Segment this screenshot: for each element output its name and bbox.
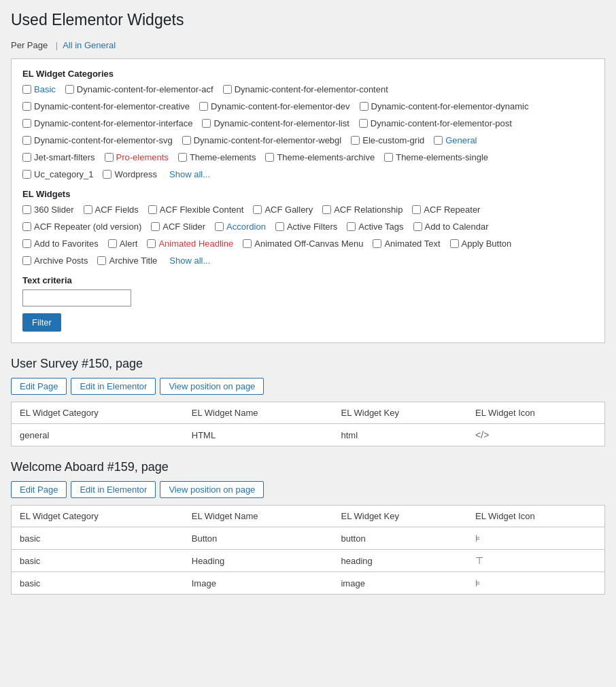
section-welcome-159-actions: Edit Page Edit in Elementor View positio… bbox=[11, 481, 605, 498]
checkbox-ele-custom-grid[interactable]: Ele-custom-grid bbox=[351, 135, 424, 145]
td-icon: ⊤ bbox=[467, 550, 604, 572]
table-row: basic Heading heading ⊤ bbox=[12, 550, 605, 572]
section-welcome-159-title: Welcome Aboard #159, page bbox=[11, 460, 605, 474]
categories-grid-row6: Uc_category_1 Wordpress Show all... bbox=[22, 169, 594, 182]
checkbox-basic[interactable]: Basic bbox=[22, 84, 56, 94]
checkbox-acf-slider[interactable]: ACF Slider bbox=[151, 222, 205, 232]
td-icon: ⊧ bbox=[467, 527, 604, 550]
checkbox-animated-headline[interactable]: Animated Headline bbox=[147, 239, 233, 249]
checkbox-add-to-calendar[interactable]: Add to Calendar bbox=[413, 222, 489, 232]
checkbox-acf-flexible-content[interactable]: ACF Flexible Content bbox=[148, 205, 244, 215]
th-key-159: EL Widget Key bbox=[332, 506, 467, 527]
checkbox-acf-repeater[interactable]: ACF Repeater bbox=[412, 205, 480, 215]
checkbox-dce-dev[interactable]: Dynamic-content-for-elementor-dev bbox=[199, 101, 349, 111]
table-row: basic Image image ⊧ bbox=[12, 572, 605, 595]
checkbox-dce-webgl[interactable]: Dynamic-content-for-elementor-webgl bbox=[182, 135, 341, 145]
table-header-row-159: EL Widget Category EL Widget Name EL Wid… bbox=[12, 506, 605, 527]
categories-label: EL Widget Categories bbox=[22, 69, 594, 79]
table-row: general HTML html </> bbox=[12, 424, 605, 446]
edit-page-button-159[interactable]: Edit Page bbox=[11, 481, 67, 498]
checkbox-apply-button[interactable]: Apply Button bbox=[450, 239, 512, 249]
categories-grid-row5: Jet-smart-filters Pro-elements Theme-ele… bbox=[22, 152, 594, 165]
checkbox-dce-acf[interactable]: Dynamic-content-for-elementor-acf bbox=[65, 84, 213, 94]
widgets-label: EL Widgets bbox=[22, 189, 594, 199]
checkbox-360-slider[interactable]: 360 Slider bbox=[22, 205, 74, 215]
td-key: image bbox=[332, 572, 467, 595]
separator: | bbox=[56, 40, 58, 50]
checkbox-acf-fields[interactable]: ACF Fields bbox=[84, 205, 139, 215]
checkbox-acf-gallery[interactable]: ACF Gallery bbox=[253, 205, 313, 215]
td-name: Heading bbox=[184, 550, 333, 572]
edit-in-elementor-button-150[interactable]: Edit in Elementor bbox=[71, 378, 156, 395]
td-key: html bbox=[332, 424, 467, 446]
table-row: basic Button button ⊧ bbox=[12, 527, 605, 550]
widget-table-159: EL Widget Category EL Widget Name EL Wid… bbox=[11, 505, 605, 595]
per-page-label: Per Page bbox=[11, 40, 48, 50]
checkbox-active-filters[interactable]: Active Filters bbox=[275, 222, 337, 232]
checkbox-archive-title[interactable]: Archive Title bbox=[97, 256, 157, 266]
checkbox-dce-svg[interactable]: Dynamic-content-for-elementor-svg bbox=[22, 135, 173, 145]
checkbox-alert[interactable]: Alert bbox=[108, 239, 138, 249]
th-key-150: EL Widget Key bbox=[332, 402, 467, 424]
filter-box: EL Widget Categories Basic Dynamic-conte… bbox=[11, 58, 605, 343]
section-welcome-159: Welcome Aboard #159, page Edit Page Edit… bbox=[11, 460, 605, 595]
widgets-grid-row2: ACF Repeater (old version) ACF Slider Ac… bbox=[22, 222, 594, 234]
edit-page-button-150[interactable]: Edit Page bbox=[11, 378, 67, 395]
checkbox-active-tags[interactable]: Active Tags bbox=[347, 222, 403, 232]
edit-in-elementor-button-159[interactable]: Edit in Elementor bbox=[71, 481, 156, 498]
widget-table-150: EL Widget Category EL Widget Name EL Wid… bbox=[11, 402, 605, 446]
td-key: button bbox=[332, 527, 467, 550]
checkbox-jet-smart-filters[interactable]: Jet-smart-filters bbox=[22, 152, 95, 162]
checkbox-animated-text[interactable]: Animated Text bbox=[373, 239, 440, 249]
widgets-show-all-link[interactable]: Show all... bbox=[169, 256, 210, 268]
checkbox-dce-creative[interactable]: Dynamic-content-for-elementor-creative bbox=[22, 101, 190, 111]
section-survey-150-actions: Edit Page Edit in Elementor View positio… bbox=[11, 378, 605, 395]
categories-grid-row2: Dynamic-content-for-elementor-creative D… bbox=[22, 101, 594, 114]
th-category-150: EL Widget Category bbox=[12, 402, 184, 424]
checkbox-pro-elements[interactable]: Pro-elements bbox=[105, 152, 169, 162]
view-position-button-150[interactable]: View position on page bbox=[160, 378, 264, 395]
checkbox-theme-elements[interactable]: Theme-elements bbox=[178, 152, 256, 162]
widgets-grid-row1: 360 Slider ACF Fields ACF Flexible Conte… bbox=[22, 205, 594, 217]
checkbox-archive-posts[interactable]: Archive Posts bbox=[22, 256, 88, 266]
th-name-150: EL Widget Name bbox=[184, 402, 333, 424]
section-survey-150: User Survey #150, page Edit Page Edit in… bbox=[11, 357, 605, 446]
td-category: basic bbox=[12, 550, 184, 572]
td-category: basic bbox=[12, 527, 184, 550]
categories-grid-row3: Dynamic-content-for-elementor-interface … bbox=[22, 118, 594, 131]
td-icon: </> bbox=[467, 424, 604, 446]
view-position-button-159[interactable]: View position on page bbox=[160, 481, 264, 498]
checkbox-wordpress[interactable]: Wordpress bbox=[103, 169, 157, 179]
checkbox-dce-dynamic[interactable]: Dynamic-content-for-elementor-dynamic bbox=[360, 101, 529, 111]
checkbox-acf-relationship[interactable]: ACF Relationship bbox=[322, 205, 403, 215]
th-name-159: EL Widget Name bbox=[184, 506, 333, 527]
checkbox-acf-repeater-old[interactable]: ACF Repeater (old version) bbox=[22, 222, 141, 232]
checkbox-accordion[interactable]: Accordion bbox=[215, 222, 266, 232]
checkbox-theme-elements-archive[interactable]: Theme-elements-archive bbox=[265, 152, 375, 162]
all-in-general-link[interactable]: All in General bbox=[63, 40, 116, 50]
td-category: basic bbox=[12, 572, 184, 595]
table-header-row-150: EL Widget Category EL Widget Name EL Wid… bbox=[12, 402, 605, 424]
text-criteria-label: Text criteria bbox=[22, 275, 594, 285]
checkbox-general[interactable]: General bbox=[434, 135, 477, 145]
filter-button[interactable]: Filter bbox=[22, 313, 61, 332]
td-name: HTML bbox=[184, 424, 333, 446]
checkbox-dce-post[interactable]: Dynamic-content-for-elementor-post bbox=[359, 118, 512, 128]
td-key: heading bbox=[332, 550, 467, 572]
checkbox-animated-off-canvas-menu[interactable]: Animated Off-Canvas Menu bbox=[243, 239, 363, 249]
checkbox-dce-interface[interactable]: Dynamic-content-for-elementor-interface bbox=[22, 118, 192, 128]
widgets-grid-row4: Archive Posts Archive Title Show all... bbox=[22, 256, 594, 268]
categories-show-all-link[interactable]: Show all... bbox=[169, 169, 210, 182]
section-survey-150-title: User Survey #150, page bbox=[11, 357, 605, 371]
checkbox-uc-category-1[interactable]: Uc_category_1 bbox=[22, 169, 93, 179]
checkbox-add-to-favorites[interactable]: Add to Favorites bbox=[22, 239, 99, 249]
th-icon-150: EL Widget Icon bbox=[467, 402, 604, 424]
per-page-bar: Per Page | All in General bbox=[11, 40, 605, 50]
checkbox-dce-content[interactable]: Dynamic-content-for-elementor-content bbox=[223, 84, 388, 94]
categories-grid-row1: Basic Dynamic-content-for-elementor-acf … bbox=[22, 84, 594, 97]
checkbox-theme-elements-single[interactable]: Theme-elements-single bbox=[384, 152, 488, 162]
widgets-grid-row3: Add to Favorites Alert Animated Headline… bbox=[22, 239, 594, 251]
text-criteria-input[interactable] bbox=[22, 289, 131, 306]
td-name: Image bbox=[184, 572, 333, 595]
checkbox-dce-list[interactable]: Dynamic-content-for-elementor-list bbox=[202, 118, 349, 128]
